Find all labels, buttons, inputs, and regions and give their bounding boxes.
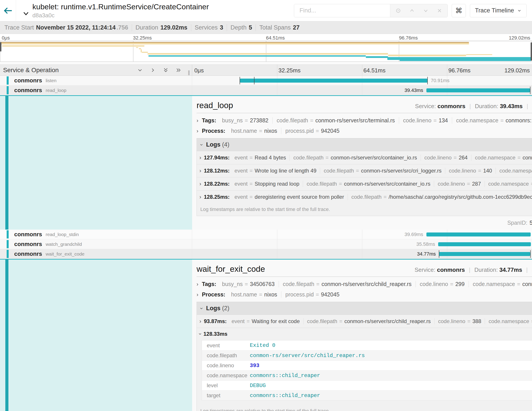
back-arrow-icon (3, 6, 13, 16)
log-entry[interactable]: › 93.87ms: event=Waiting for exit code c… (197, 315, 532, 328)
span-id-value: 5faf48165428c37a (530, 220, 532, 226)
service-color-stripe (7, 240, 9, 248)
span-duration-label: 70.91ms (431, 78, 449, 83)
span-duration-label: 35.58ms (416, 241, 435, 247)
process-row[interactable]: › Process: host.name=nixos process.pid=9… (197, 128, 532, 134)
chevron-right-icon: › (200, 168, 201, 173)
trace-title-block: kubelet: runtime.v1.RuntimeService/Creat… (32, 2, 209, 19)
tag-item: busy_ns=34506763 (218, 281, 279, 287)
table-row: code.namespace conmonrs::child_reaper (202, 370, 532, 380)
span-operation: watch_grandchild (46, 242, 82, 247)
span-bar[interactable] (240, 78, 428, 83)
field-value: 393 (250, 362, 259, 369)
next-match-icon[interactable] (423, 8, 429, 14)
minimap-axis: 0μs 32.25ms 64.51ms 96.76ms 129.02ms (0, 34, 532, 41)
back-button[interactable] (0, 0, 16, 21)
detail-title-row: read_loop Service: conmonrs | Duration: … (197, 101, 532, 110)
span-bar[interactable] (438, 242, 531, 246)
span-bar[interactable] (439, 252, 530, 256)
span-row-listen[interactable]: conmonrs listen 70.91ms (0, 76, 532, 86)
span-row-watch-grandchild[interactable]: conmonrs watch_grandchild 35.58ms (0, 239, 532, 249)
span-service: conmonrs (14, 241, 42, 248)
detail-meta: Service: conmonrs | Duration: 39.43ms | … (415, 103, 532, 110)
trace-minimap[interactable] (0, 41, 532, 62)
log-entry-expanded: › 128.33ms event Exited 0 code.filepath … (197, 328, 532, 405)
tag-item: code.namespace=conmonrs::child_reap... (469, 281, 532, 287)
log-timestamp: 128.25ms: (204, 194, 230, 200)
keyboard-shortcuts-button[interactable]: ⌘ (452, 4, 466, 17)
timeline-column-header: Service & Operation ∥ 0μs 32.25ms 64.51m… (0, 64, 532, 76)
process-label: Process: (202, 291, 225, 298)
find-controls (390, 4, 447, 17)
span-timeline-cell: 70.91ms (192, 76, 532, 85)
logs-count: (2) (222, 305, 229, 312)
total-spans-value: 27 (293, 24, 300, 31)
service-color-stripe (7, 250, 9, 258)
duration-value: 129.02ms (160, 24, 188, 31)
span-row-read-loop-stdin[interactable]: conmonrs read_loop_stdin 39.69ms (0, 230, 532, 239)
prev-match-icon[interactable] (409, 8, 415, 14)
column-resize-handle[interactable]: ∥ (188, 70, 190, 76)
tags-row[interactable]: › Tags: busy_ns=34506763 code.filepath=c… (197, 281, 532, 287)
expand-all-icon[interactable] (175, 67, 182, 73)
field-key: target (202, 392, 250, 399)
service-color-stripe (5, 260, 9, 411)
match-case-icon[interactable] (395, 8, 401, 14)
chevron-right-icon: › (197, 128, 198, 134)
log-field: code.filepath=conmon-rs/server/src/cri_l… (320, 168, 445, 174)
log-entry-expanded-header[interactable]: › 128.33ms (200, 331, 532, 337)
collapse-controls (137, 67, 182, 73)
log-marker (530, 250, 531, 258)
span-row-wait-for-exit-code[interactable]: conmonrs wait_for_exit_code 34.77ms (0, 249, 532, 259)
chevron-right-icon: › (200, 181, 201, 186)
field-key: code.lineno (202, 362, 250, 369)
log-entry[interactable]: › 128.22ms: event=Stopping read loop cod… (197, 177, 532, 190)
logs-header[interactable]: › Logs (4) (197, 138, 532, 151)
span-bar[interactable] (426, 88, 531, 92)
chevron-right-icon: › (197, 292, 198, 297)
trace-collapse-toggle[interactable] (23, 11, 29, 17)
duration-value: 39.43ms (500, 103, 523, 110)
expand-one-icon[interactable] (150, 67, 156, 73)
find-input[interactable] (294, 4, 390, 17)
separator: | (527, 103, 528, 110)
chevron-down-icon: › (199, 144, 204, 146)
collapse-all-icon[interactable] (163, 67, 169, 73)
tags-row[interactable]: › Tags: busy_ns=273882 code.filepath=con… (197, 117, 532, 124)
service-label: Service: (415, 266, 436, 273)
view-selector-label: Trace Timeline (475, 7, 514, 14)
process-item: process.pid=942045 (281, 291, 343, 298)
field-value: DEBUG (250, 382, 266, 389)
spacer-band (0, 62, 532, 64)
detail-title-row: wait_for_exit_code Service: conmonrs | D… (197, 264, 532, 274)
collapse-one-icon[interactable] (137, 67, 143, 73)
span-row-read-loop[interactable]: conmonrs read_loop 39.43ms (0, 86, 532, 95)
log-entry[interactable]: › 127.94ms: event=Read 4 bytes code.file… (197, 151, 532, 164)
chevron-down-icon: › (198, 333, 203, 335)
ruler-tick: 32.25ms (278, 67, 301, 74)
log-field: code.filepath=conmon-rs/server/src/conta… (303, 181, 434, 187)
span-operation: read_loop (46, 88, 66, 93)
process-row[interactable]: › Process: host.name=nixos process.pid=9… (197, 291, 532, 298)
log-entry[interactable]: › 128.25ms: event=deregistering event so… (197, 190, 532, 203)
axis-tick: 32.25ms (133, 35, 152, 41)
log-entry[interactable]: › 128.12ms: event=Wrote log line of leng… (197, 164, 532, 177)
detail-meta: Service: conmonrs | Duration: 34.77ms | … (415, 266, 532, 273)
log-marker (240, 77, 240, 84)
gridline (362, 249, 362, 259)
field-value: conmon-rs/server/src/child_reaper.rs (250, 352, 365, 359)
logs-header[interactable]: › Logs (2) (197, 302, 532, 315)
log-field: code.lineno=140 (445, 168, 496, 174)
field-value: conmonrs::child_reaper (250, 392, 320, 399)
span-timeline-cell: 39.69ms (192, 230, 532, 239)
span-detail-wait-for-exit-code: wait_for_exit_code Service: conmonrs | D… (0, 259, 532, 411)
gridline (447, 65, 447, 76)
span-service: conmonrs (14, 77, 42, 84)
axis-tick: 129.02ms (509, 35, 530, 41)
detail-left-gutter (0, 260, 192, 411)
clear-search-icon[interactable] (436, 8, 443, 14)
span-bar[interactable] (426, 233, 531, 236)
log-field: event=Wrote log line of length 49 (231, 168, 320, 174)
span-duration-label: 39.69ms (404, 232, 423, 237)
view-selector-button[interactable]: Trace Timeline (470, 4, 527, 17)
